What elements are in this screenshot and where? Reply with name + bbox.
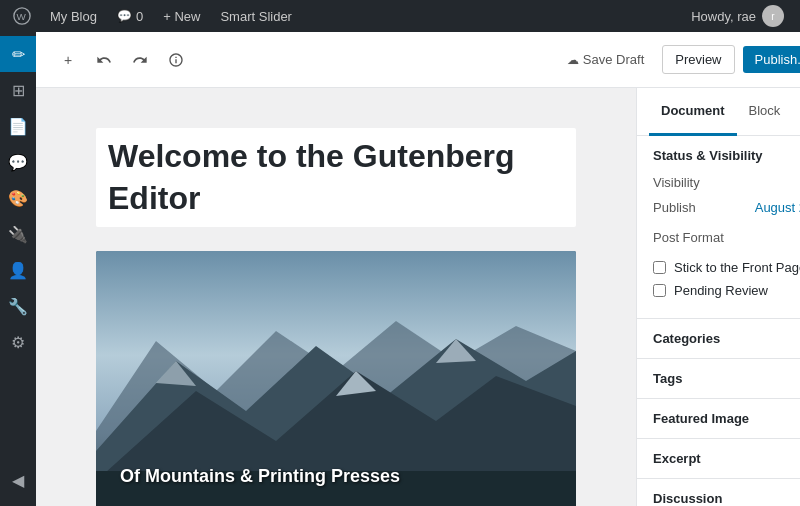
wp-logo-icon[interactable]: W	[8, 2, 36, 30]
block-tab[interactable]: Block	[737, 88, 793, 136]
post-title[interactable]: Welcome to the Gutenberg Editor	[96, 128, 576, 227]
add-block-button[interactable]: +	[52, 44, 84, 76]
svg-text:W: W	[17, 11, 27, 22]
categories-header[interactable]: Categories ▼	[637, 319, 800, 358]
excerpt-header[interactable]: Excerpt ▼	[637, 439, 800, 478]
post-format-row: Post Format Standard	[653, 225, 800, 250]
editor-area: + ☁ Save Draft Preview	[36, 32, 800, 506]
sidebar-icon-comments[interactable]: 💬	[0, 144, 36, 180]
publish-value[interactable]: August 21, 2018 6:42 am	[755, 200, 800, 215]
status-visibility-content: Visibility Public Publish August 21, 201…	[637, 175, 800, 318]
sidebar-icon-plugins[interactable]: 🔌	[0, 216, 36, 252]
pending-checkbox[interactable]	[653, 284, 666, 297]
document-tab[interactable]: Document	[649, 88, 737, 136]
stick-checkbox[interactable]	[653, 261, 666, 274]
pending-label[interactable]: Pending Review	[674, 283, 768, 298]
comment-icon: 💬	[117, 9, 132, 23]
discussion-header[interactable]: Discussion ▼	[637, 479, 800, 506]
visibility-row: Visibility Public	[653, 175, 800, 190]
undo-button[interactable]	[88, 44, 120, 76]
stick-row: Stick to the Front Page	[653, 260, 800, 275]
cloud-icon: ☁	[567, 53, 579, 67]
admin-bar: W My Blog 💬 0 + New Smart Slider Howdy, …	[0, 0, 800, 32]
sidebar-icon-tools[interactable]: 🔧	[0, 288, 36, 324]
stick-label[interactable]: Stick to the Front Page	[674, 260, 800, 275]
sidebar-icon-users[interactable]: 👤	[0, 252, 36, 288]
tags-section: Tags ▼	[637, 359, 800, 399]
sidebar: ✏ ⊞ 📄 💬 🎨 🔌 👤 🔧 ⚙ ◀	[0, 32, 36, 506]
save-draft-button[interactable]: ☁ Save Draft	[557, 46, 654, 73]
panel-tabs: Document Block ×	[637, 88, 800, 136]
sidebar-icon-write[interactable]: ✏	[0, 36, 36, 72]
publish-row: Publish August 21, 2018 6:42 am	[653, 200, 800, 215]
sidebar-icon-appearance[interactable]: 🎨	[0, 180, 36, 216]
hero-image: Of Mountains & Printing Presses	[96, 251, 576, 506]
tags-header[interactable]: Tags ▼	[637, 359, 800, 398]
toolbar-left: +	[52, 44, 192, 76]
featured-image-header[interactable]: Featured Image ▼	[637, 399, 800, 438]
status-visibility-section: Status & Visibility ▲ Visibility Public …	[637, 136, 800, 319]
document-panel: Document Block × Status & Visibility ▲	[636, 88, 800, 506]
hero-caption: Of Mountains & Printing Presses	[120, 466, 400, 487]
discussion-section: Discussion ▼	[637, 479, 800, 506]
sidebar-icon-settings[interactable]: ⚙	[0, 324, 36, 360]
howdy-label[interactable]: Howdy, rae r	[683, 5, 792, 27]
avatar: r	[762, 5, 784, 27]
visibility-label: Visibility	[653, 175, 700, 190]
excerpt-section: Excerpt ▼	[637, 439, 800, 479]
site-name-link[interactable]: My Blog	[42, 0, 105, 32]
status-visibility-header[interactable]: Status & Visibility ▲	[637, 136, 800, 175]
featured-image-section: Featured Image ▼	[637, 399, 800, 439]
sidebar-icon-dashboard[interactable]: ⊞	[0, 72, 36, 108]
sidebar-icon-pages[interactable]: 📄	[0, 108, 36, 144]
editor-toolbar: + ☁ Save Draft Preview	[36, 32, 800, 88]
preview-button[interactable]: Preview	[662, 45, 734, 74]
info-button[interactable]	[160, 44, 192, 76]
main-layout: ✏ ⊞ 📄 💬 🎨 🔌 👤 🔧 ⚙ ◀ +	[0, 32, 800, 506]
smart-slider-link[interactable]: Smart Slider	[212, 0, 300, 32]
publish-label: Publish	[653, 200, 696, 215]
new-post-link[interactable]: + New	[155, 0, 208, 32]
pending-row: Pending Review	[653, 283, 800, 298]
sidebar-icon-collapse[interactable]: ◀	[0, 462, 36, 498]
comments-link[interactable]: 💬 0	[109, 0, 151, 32]
post-format-label: Post Format	[653, 230, 724, 245]
content-wrapper: Welcome to the Gutenberg Editor	[36, 88, 800, 506]
toolbar-right: ☁ Save Draft Preview Publish... ⋮	[557, 44, 800, 76]
publish-button[interactable]: Publish...	[743, 46, 800, 73]
redo-button[interactable]	[124, 44, 156, 76]
editor-content[interactable]: Welcome to the Gutenberg Editor	[36, 88, 636, 506]
categories-section: Categories ▼	[637, 319, 800, 359]
